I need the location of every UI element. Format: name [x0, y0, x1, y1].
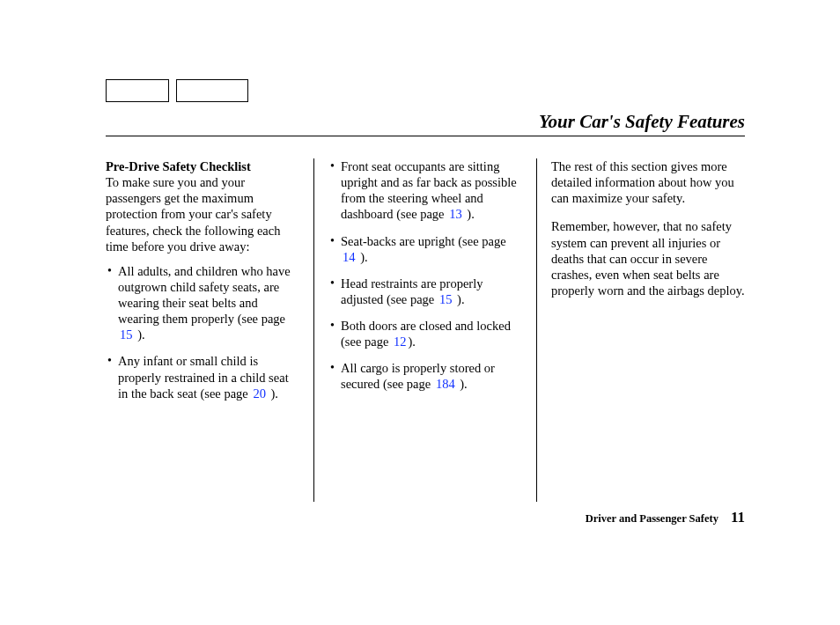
paragraph: The rest of this section gives more deta…: [551, 158, 745, 206]
intro-text: To make sure you and your passengers get…: [106, 175, 280, 254]
item-text-post: ).: [268, 386, 278, 401]
item-text-post: ).: [464, 207, 475, 221]
column-1: Pre-Drive Safety Checklist To make sure …: [106, 158, 312, 502]
footer-section: Driver and Passenger Safety: [586, 512, 718, 526]
nav-box-2[interactable]: [176, 79, 248, 102]
list-item: Seat-backs are upright (see page 14 ).: [328, 233, 522, 265]
item-text: Seat-backs are upright (see page: [341, 234, 506, 248]
item-text: Both doors are closed and locked (see pa…: [341, 319, 511, 349]
checklist-col1: All adults, and children who have outgro…: [106, 263, 299, 401]
item-text-post: ).: [457, 377, 468, 391]
list-item: All cargo is properly stored or secured …: [328, 360, 522, 392]
subhead: Pre-Drive Safety Checklist: [106, 158, 299, 174]
content-columns: Pre-Drive Safety Checklist To make sure …: [106, 158, 745, 502]
list-item: Both doors are closed and locked (see pa…: [328, 318, 522, 349]
item-text-post: ).: [453, 292, 464, 306]
page-link[interactable]: 13: [449, 207, 462, 221]
column-separator: [536, 158, 537, 502]
page-link[interactable]: 20: [253, 386, 266, 401]
item-text: Front seat occupants are sitting upright…: [341, 159, 517, 221]
list-item: Front seat occupants are sitting upright…: [328, 158, 522, 223]
list-item: Head restraints are properly adjusted (s…: [328, 276, 522, 307]
page-link[interactable]: 12: [394, 335, 407, 349]
item-text: All cargo is properly stored or secured …: [341, 361, 495, 391]
column-2: Front seat occupants are sitting upright…: [316, 158, 534, 502]
item-text-post: ).: [135, 327, 145, 342]
top-nav-boxes: [106, 79, 248, 102]
title-rule: [106, 136, 745, 136]
document-page: Your Car's Safety Features Pre-Drive Saf…: [0, 0, 840, 625]
page-link[interactable]: 184: [436, 377, 455, 391]
item-text-post: ).: [357, 250, 368, 264]
page-title: Your Car's Safety Features: [539, 111, 745, 133]
nav-box-1[interactable]: [106, 79, 169, 102]
page-link[interactable]: 15: [120, 327, 133, 342]
page-footer: Driver and Passenger Safety 11: [586, 509, 745, 526]
checklist-col2: Front seat occupants are sitting upright…: [328, 158, 522, 393]
page-link[interactable]: 15: [439, 292, 453, 306]
list-item: All adults, and children who have outgro…: [106, 263, 299, 343]
page-link[interactable]: 14: [343, 250, 356, 264]
paragraph: Remember, however, that no safety system…: [551, 218, 745, 298]
column-3: The rest of this section gives more deta…: [539, 158, 745, 502]
list-item: Any infant or small child is properly re…: [106, 353, 299, 401]
column-separator: [313, 158, 314, 502]
item-text: All adults, and children who have outgro…: [118, 264, 291, 326]
footer-page-number: 11: [731, 509, 745, 526]
item-text-post: ).: [408, 335, 415, 349]
